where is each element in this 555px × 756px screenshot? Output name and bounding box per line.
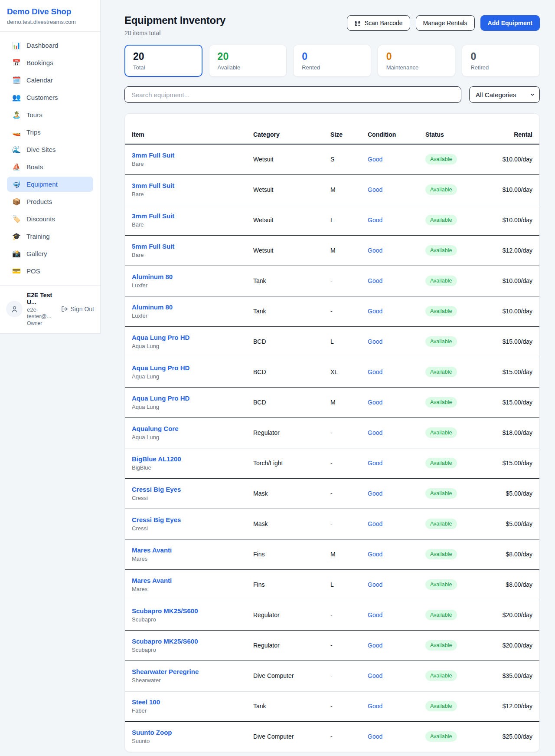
sidebar-item-label: Equipment	[26, 181, 58, 188]
sidebar-item-label: Tours	[26, 111, 42, 118]
condition-cell: Good	[361, 174, 418, 205]
item-name-link[interactable]: Aqua Lung Pro HD	[132, 334, 239, 341]
item-brand: Faber	[132, 707, 239, 714]
item-name-link[interactable]: Aluminum 80	[132, 273, 239, 280]
brand: Demo Dive Shop demo.test.divestreams.com	[0, 0, 100, 32]
sidebar-item-dive-sites[interactable]: 🌊Dive Sites	[7, 142, 93, 157]
condition-link[interactable]: Good	[368, 672, 382, 679]
item-name-link[interactable]: 3mm Full Suit	[132, 212, 239, 220]
item-name-link[interactable]: 5mm Full Suit	[132, 243, 239, 250]
category-cell: Regulator	[246, 417, 323, 448]
sidebar-item-customers[interactable]: 👥Customers	[7, 90, 93, 105]
sign-out-button[interactable]: Sign Out	[61, 306, 94, 312]
item-name-link[interactable]: 3mm Full Suit	[132, 182, 239, 189]
condition-link[interactable]: Good	[368, 703, 382, 710]
condition-link[interactable]: Good	[368, 277, 382, 284]
condition-link[interactable]: Good	[368, 490, 382, 497]
sidebar-item-pos[interactable]: 💳POS	[7, 263, 93, 279]
sidebar-item-equipment[interactable]: 🤿Equipment	[7, 177, 93, 192]
add-equipment-button[interactable]: Add Equipment	[480, 15, 540, 31]
stat-value: 20	[218, 51, 278, 62]
item-name-link[interactable]: Cressi Big Eyes	[132, 486, 239, 493]
rental-price-cell: $5.00/day	[476, 509, 539, 539]
sidebar-item-bookings[interactable]: 📅Bookings	[7, 55, 93, 70]
table-row: Aluminum 80LuxferTank-GoodAvailable$10.0…	[125, 296, 539, 326]
condition-link[interactable]: Good	[368, 460, 382, 467]
search-input[interactable]	[124, 86, 461, 103]
table-row: Cressi Big EyesCressiMask-GoodAvailable$…	[125, 509, 539, 539]
status-cell: Available	[418, 205, 476, 235]
condition-link[interactable]: Good	[368, 368, 382, 375]
sidebar-item-calendar[interactable]: 🗓️Calendar	[7, 72, 93, 88]
sidebar-item-training[interactable]: 🎓Training	[7, 229, 93, 244]
stat-label: Total	[133, 64, 194, 71]
item-name-link[interactable]: Mares Avanti	[132, 577, 239, 584]
item-cell: Aqua Lung Pro HDAqua Lung	[125, 357, 246, 387]
brand-name[interactable]: Demo Dive Shop	[7, 7, 93, 16]
condition-link[interactable]: Good	[368, 429, 382, 436]
column-header-rental: Rental	[476, 114, 539, 144]
item-brand: Bare	[132, 221, 239, 228]
sidebar-item-products[interactable]: 📦Products	[7, 194, 93, 209]
condition-link[interactable]: Good	[368, 611, 382, 618]
stat-card-maintenance[interactable]: 0Maintenance	[378, 45, 456, 77]
condition-link[interactable]: Good	[368, 186, 382, 193]
scan-barcode-button[interactable]: Scan Barcode	[347, 15, 410, 31]
rental-price-cell: $12.00/day	[476, 691, 539, 721]
item-name-link[interactable]: 3mm Full Suit	[132, 151, 239, 159]
sidebar-item-gallery[interactable]: 📸Gallery	[7, 246, 93, 261]
scan-barcode-label: Scan Barcode	[365, 20, 403, 26]
table-row: Aqua Lung Pro HDAqua LungBCDXLGoodAvaila…	[125, 357, 539, 387]
sidebar-item-discounts[interactable]: 🏷️Discounts	[7, 211, 93, 227]
status-cell: Available	[418, 661, 476, 691]
sidebar-item-trips[interactable]: 🚤Trips	[7, 125, 93, 140]
category-cell: Wetsuit	[246, 235, 323, 266]
condition-link[interactable]: Good	[368, 642, 382, 649]
condition-link[interactable]: Good	[368, 338, 382, 345]
rental-price-cell: $12.00/day	[476, 235, 539, 266]
stat-value: 0	[470, 51, 531, 62]
size-cell: -	[323, 661, 361, 691]
item-cell: Shearwater PeregrineShearwater	[125, 661, 246, 691]
stat-card-retired[interactable]: 0Retired	[462, 45, 540, 77]
condition-cell: Good	[361, 600, 418, 630]
calendar-icon: 🗓️	[12, 77, 21, 84]
sidebar-item-dashboard[interactable]: 📊Dashboard	[7, 38, 93, 53]
condition-cell: Good	[361, 448, 418, 478]
condition-link[interactable]: Good	[368, 308, 382, 315]
condition-link[interactable]: Good	[368, 217, 382, 224]
sidebar-item-label: Trips	[26, 128, 41, 136]
item-name-link[interactable]: Scubapro MK25/S600	[132, 607, 239, 615]
item-name-link[interactable]: Mares Avanti	[132, 546, 239, 554]
category-filter[interactable]: All Categories	[469, 86, 540, 103]
stat-card-available[interactable]: 20Available	[209, 45, 287, 77]
category-cell: Wetsuit	[246, 205, 323, 235]
condition-link[interactable]: Good	[368, 156, 382, 163]
condition-link[interactable]: Good	[368, 399, 382, 406]
condition-link[interactable]: Good	[368, 733, 382, 740]
item-name-link[interactable]: Cressi Big Eyes	[132, 516, 239, 523]
sidebar-item-boats[interactable]: ⛵Boats	[7, 159, 93, 174]
item-name-link[interactable]: Suunto Zoop	[132, 729, 239, 736]
condition-link[interactable]: Good	[368, 551, 382, 558]
status-badge: Available	[425, 731, 457, 742]
item-name-link[interactable]: Aqua Lung Pro HD	[132, 364, 239, 371]
condition-link[interactable]: Good	[368, 520, 382, 527]
item-name-link[interactable]: Scubapro MK25/S600	[132, 638, 239, 645]
manage-rentals-button[interactable]: Manage Rentals	[416, 15, 475, 31]
stat-card-total[interactable]: 20Total	[124, 45, 202, 77]
item-name-link[interactable]: BigBlue AL1200	[132, 455, 239, 463]
stat-card-rented[interactable]: 0Rented	[293, 45, 371, 77]
item-name-link[interactable]: Aqua Lung Pro HD	[132, 394, 239, 402]
item-name-link[interactable]: Aluminum 80	[132, 303, 239, 311]
condition-link[interactable]: Good	[368, 581, 382, 588]
brand-domain: demo.test.divestreams.com	[7, 19, 93, 25]
item-name-link[interactable]: Steel 100	[132, 698, 239, 706]
sidebar-item-tours[interactable]: 🏝️Tours	[7, 107, 93, 122]
status-badge: Available	[425, 245, 457, 256]
category-cell: Dive Computer	[246, 661, 323, 691]
condition-link[interactable]: Good	[368, 247, 382, 254]
item-name-link[interactable]: Shearwater Peregrine	[132, 668, 239, 675]
item-name-link[interactable]: Aqualung Core	[132, 425, 239, 432]
status-cell: Available	[418, 630, 476, 661]
